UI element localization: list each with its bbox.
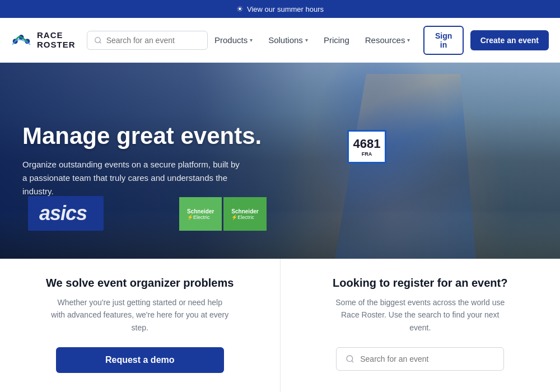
chevron-down-icon: ▾ bbox=[305, 37, 308, 43]
register-card-desc: Some of the biggest events across the wo… bbox=[330, 296, 510, 334]
hero-subtitle: Organize outstanding events on a secure … bbox=[22, 158, 246, 198]
schneider-brand-1b: ⚡Electric bbox=[187, 214, 214, 220]
event-search-input[interactable] bbox=[360, 354, 494, 363]
create-event-button[interactable]: Create an event bbox=[470, 30, 549, 50]
register-search-box[interactable] bbox=[336, 347, 504, 371]
nav-item-resources[interactable]: Resources ▾ bbox=[358, 31, 417, 49]
svg-point-4 bbox=[347, 356, 353, 362]
header-search-box[interactable] bbox=[87, 31, 208, 50]
chevron-down-icon: ▾ bbox=[250, 37, 253, 43]
search-icon bbox=[346, 354, 354, 363]
register-card-title: Looking to register for an event? bbox=[333, 277, 507, 290]
logo-text: RACE ROSTER bbox=[37, 31, 76, 49]
logo-icon bbox=[11, 30, 31, 50]
hero-section: asics Schneider ⚡Electric Schneider ⚡Ele… bbox=[0, 63, 560, 259]
nav-item-solutions[interactable]: Solutions ▾ bbox=[262, 31, 315, 49]
nav-item-products[interactable]: Products ▾ bbox=[208, 31, 259, 49]
svg-point-3 bbox=[95, 37, 100, 42]
organizer-card: We solve event organizer problems Whethe… bbox=[0, 259, 281, 392]
main-nav: Products ▾ Solutions ▾ Pricing Resources… bbox=[208, 26, 549, 55]
asics-brand: asics bbox=[39, 202, 87, 225]
nav-item-pricing[interactable]: Pricing bbox=[317, 31, 356, 49]
top-banner[interactable]: ☀ View our summer hours bbox=[0, 0, 560, 18]
banner-text: View our summer hours bbox=[247, 5, 324, 13]
schneider-brand-2: Schneider bbox=[231, 208, 258, 214]
signin-button[interactable]: Sign in bbox=[423, 26, 463, 55]
organizer-card-desc: Whether you're just getting started or n… bbox=[50, 296, 230, 334]
sun-icon: ☀ bbox=[236, 4, 244, 13]
hero-title: Manage great events. bbox=[22, 123, 262, 149]
chevron-down-icon: ▾ bbox=[407, 37, 410, 43]
search-input[interactable] bbox=[106, 36, 200, 45]
hero-content: Manage great events. Organize outstandin… bbox=[22, 123, 262, 198]
organizer-card-title: We solve event organizer problems bbox=[46, 277, 234, 290]
search-icon bbox=[94, 36, 102, 45]
schneider-brand-2b: ⚡Electric bbox=[231, 214, 258, 220]
schneider-brand-1: Schneider bbox=[187, 208, 214, 214]
logo[interactable]: RACE ROSTER bbox=[11, 30, 76, 50]
cards-section: We solve event organizer problems Whethe… bbox=[0, 259, 560, 392]
header: RACE ROSTER Products ▾ Solutions ▾ Prici… bbox=[0, 18, 560, 63]
register-card: Looking to register for an event? Some o… bbox=[281, 259, 561, 392]
request-demo-button[interactable]: Request a demo bbox=[56, 347, 224, 373]
runner-bib: 4681 FRA bbox=[347, 130, 386, 164]
